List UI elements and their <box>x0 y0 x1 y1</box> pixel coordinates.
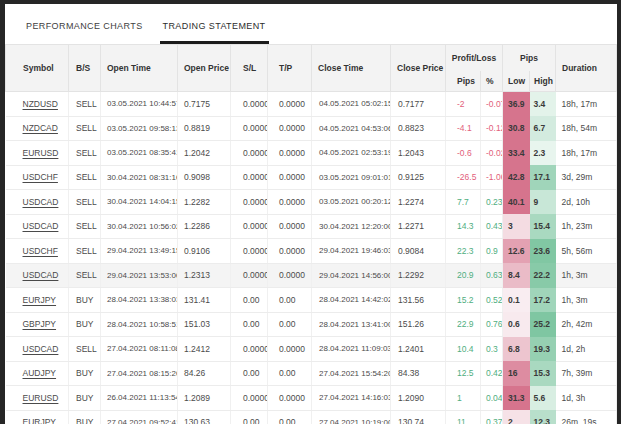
pips-high-cell: 15.4 <box>530 214 556 239</box>
table-row[interactable]: USDCHFSELL29.04.2021 13:49:150.91060.000… <box>6 239 617 264</box>
table-row[interactable]: USDCADSELL27.04.2021 08:11:081.24120.000… <box>6 337 617 362</box>
table-row[interactable]: USDCADSELL30.04.2021 14:04:151.22820.000… <box>6 190 617 215</box>
stop-loss-cell: 0.00 <box>231 288 268 313</box>
close-time-cell: 27.04.2021 15:54:20 <box>312 361 391 386</box>
tab-trading-statement[interactable]: TRADING STATEMENT <box>160 4 269 44</box>
open-time-cell: 30.04.2021 08:31:10 <box>101 165 178 190</box>
stop-loss-cell: 0.00 <box>231 361 268 386</box>
open-price-cell: 0.9098 <box>178 165 231 190</box>
table-row[interactable]: NZDUSDSELL03.05.2021 10:44:570.71750.000… <box>6 92 617 117</box>
symbol-link[interactable]: EURUSD <box>23 393 59 403</box>
symbol-cell: USDCHF <box>6 239 69 264</box>
duration-cell: 1h, 3m <box>556 263 617 288</box>
symbol-link[interactable]: USDCHF <box>23 246 58 256</box>
header-close-price: Close Price <box>391 45 446 92</box>
table-row[interactable]: EURUSDSELL03.05.2021 08:35:411.20420.000… <box>6 141 617 166</box>
header-sl: S/L <box>231 45 268 92</box>
close-price-cell: 1.2292 <box>391 263 446 288</box>
take-profit-cell: 0.0000 <box>268 337 312 362</box>
symbol-link[interactable]: USDCHF <box>23 172 58 182</box>
stop-loss-cell: 0.0000 <box>231 116 268 141</box>
side-cell: BUY <box>69 386 101 411</box>
close-price-cell: 130.74 <box>391 410 446 424</box>
open-price-cell: 0.8819 <box>178 116 231 141</box>
header-pips-group: Pips <box>503 45 556 71</box>
tab-performance-charts[interactable]: PERFORMANCE CHARTS <box>23 4 146 44</box>
table-row[interactable]: EURUSDBUY26.04.2021 11:13:541.20890.0000… <box>6 386 617 411</box>
table-row[interactable]: NZDCADSELL03.05.2021 09:58:130.88190.000… <box>6 116 617 141</box>
open-time-cell: 03.05.2021 10:44:57 <box>101 92 178 117</box>
profit-loss-pips-cell: 12.5 <box>446 361 481 386</box>
stop-loss-cell: 0.0000 <box>231 141 268 166</box>
pips-low-cell: 31.3 <box>503 386 530 411</box>
side-cell: SELL <box>69 190 101 215</box>
stop-loss-cell: 0.0000 <box>231 190 268 215</box>
pips-high-cell: 9 <box>530 190 556 215</box>
profit-loss-pips-cell: -4.1 <box>446 116 481 141</box>
side-cell: SELL <box>69 337 101 362</box>
open-time-cell: 03.05.2021 09:58:13 <box>101 116 178 141</box>
symbol-link[interactable]: USDCAD <box>23 270 59 280</box>
stop-loss-cell: 0.0000 <box>231 386 268 411</box>
close-time-cell: 04.05.2021 05:02:15 <box>312 92 391 117</box>
table-row[interactable]: EURJPYBUY28.04.2021 13:38:03131.410.000.… <box>6 288 617 313</box>
profit-loss-pips-cell: -2 <box>446 92 481 117</box>
symbol-cell: EURJPY <box>6 410 69 424</box>
close-time-cell: 03.05.2021 09:01:01 <box>312 165 391 190</box>
table-row[interactable]: USDCHFSELL30.04.2021 08:31:100.90980.000… <box>6 165 617 190</box>
symbol-link[interactable]: NZDCAD <box>23 123 58 133</box>
pips-high-cell: 15.3 <box>530 361 556 386</box>
symbol-link[interactable]: AUDJPY <box>23 368 57 378</box>
pips-low-cell: 3 <box>503 214 530 239</box>
table-row[interactable]: USDCADSELL30.04.2021 10:56:021.22860.000… <box>6 214 617 239</box>
symbol-link[interactable]: NZDUSD <box>23 99 58 109</box>
symbol-link[interactable]: USDCAD <box>23 197 59 207</box>
side-cell: BUY <box>69 288 101 313</box>
table-row[interactable]: EURJPYBUY27.04.2021 09:52:41130.630.000.… <box>6 410 617 424</box>
close-time-cell: 27.04.2021 14:16:03 <box>312 386 391 411</box>
header-open-time: Open Time <box>101 45 178 92</box>
profit-loss-percent-cell: 0.76 <box>481 312 503 337</box>
table-row[interactable]: GBPJPYBUY28.04.2021 10:58:51151.030.000.… <box>6 312 617 337</box>
take-profit-cell: 0.0000 <box>268 386 312 411</box>
open-price-cell: 1.2286 <box>178 214 231 239</box>
open-price-cell: 1.2042 <box>178 141 231 166</box>
symbol-link[interactable]: USDCAD <box>23 221 59 231</box>
close-time-cell: 27.04.2021 10:19:00 <box>312 410 391 424</box>
profit-loss-pips-cell: 10.4 <box>446 337 481 362</box>
pips-low-cell: 0.1 <box>503 288 530 313</box>
duration-cell: 26m, 19s <box>556 410 617 424</box>
symbol-link[interactable]: EURJPY <box>23 417 57 424</box>
open-price-cell: 1.2412 <box>178 337 231 362</box>
tab-bar: PERFORMANCE CHARTS TRADING STATEMENT <box>5 4 617 44</box>
header-tp: T/P <box>268 45 312 92</box>
trading-statement-table: Symbol B/S Open Time Open Price S/L T/P … <box>5 44 617 424</box>
symbol-link[interactable]: EURUSD <box>23 148 59 158</box>
table-row[interactable]: USDCADSELL29.04.2021 13:53:001.23130.000… <box>6 263 617 288</box>
close-time-cell: 30.04.2021 12:20:00 <box>312 214 391 239</box>
pips-low-cell: 16 <box>503 361 530 386</box>
open-price-cell: 1.2313 <box>178 263 231 288</box>
duration-cell: 2h, 42m <box>556 312 617 337</box>
header-pl-pips: Pips <box>446 71 481 92</box>
symbol-link[interactable]: GBPJPY <box>23 319 57 329</box>
close-price-cell: 0.7177 <box>391 92 446 117</box>
close-price-cell: 1.2271 <box>391 214 446 239</box>
stop-loss-cell: 0.0000 <box>231 92 268 117</box>
close-time-cell: 28.04.2021 13:41:00 <box>312 312 391 337</box>
profit-loss-pips-cell: 15.2 <box>446 288 481 313</box>
duration-cell: 1h, 3m <box>556 288 617 313</box>
profit-loss-percent-cell: 0.37 <box>481 410 503 424</box>
symbol-link[interactable]: EURJPY <box>23 295 57 305</box>
profit-loss-pips-cell: 14.3 <box>446 214 481 239</box>
header-pl-percent: % <box>481 71 503 92</box>
symbol-link[interactable]: USDCAD <box>23 344 59 354</box>
stop-loss-cell: 0.0000 <box>231 263 268 288</box>
table-row[interactable]: AUDJPYBUY27.04.2021 08:15:2084.260.000.0… <box>6 361 617 386</box>
take-profit-cell: 0.0000 <box>268 116 312 141</box>
side-cell: BUY <box>69 312 101 337</box>
stop-loss-cell: 0.00 <box>231 312 268 337</box>
profit-loss-percent-cell: -0.07 <box>481 92 503 117</box>
profit-loss-percent-cell: -1.06 <box>481 165 503 190</box>
open-time-cell: 27.04.2021 08:11:08 <box>101 337 178 362</box>
